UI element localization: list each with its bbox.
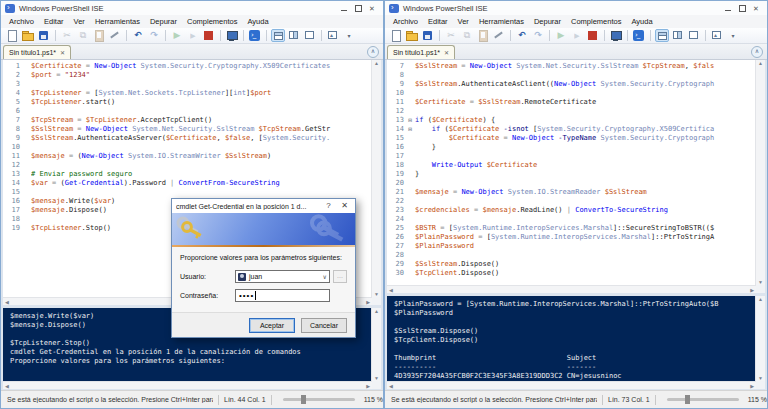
code-text[interactable]: $credenciales = $mensaje.ReadLine() | Co… (415, 206, 756, 215)
copy-icon[interactable] (460, 29, 474, 42)
code-text[interactable]: if ($Certificate) { (415, 116, 756, 125)
code-text[interactable] (415, 215, 756, 224)
code-text[interactable] (415, 152, 756, 161)
fold-collapse-icon[interactable]: ⊟ (408, 116, 415, 125)
paste-icon[interactable] (92, 29, 106, 42)
save-script-icon[interactable] (37, 29, 51, 42)
username-combobox[interactable]: juan ∨ (235, 270, 330, 283)
menu-item-ver[interactable]: Ver (453, 17, 474, 26)
menu-item-depurar[interactable]: Depurar (145, 17, 182, 26)
save-script-icon[interactable] (421, 29, 435, 42)
script-pane-maximized-icon[interactable] (687, 29, 701, 42)
stop-operation-icon[interactable] (586, 29, 600, 42)
code-text[interactable]: $mensaje = New-Object System.IO.StreamRe… (415, 188, 756, 197)
run-selection-icon[interactable] (570, 29, 584, 42)
code-text[interactable] (415, 251, 756, 260)
window-titlebar[interactable]: Windows PowerShell ISE (385, 1, 767, 15)
collapse-pane-icon[interactable]: ∧ (367, 46, 379, 58)
menu-item-archivo[interactable]: Archivo (4, 17, 39, 26)
password-field[interactable]: •••• (235, 289, 330, 302)
close-icon[interactable] (749, 3, 763, 14)
editor-horizontal-scrollbar[interactable]: ◀▶ (387, 285, 756, 293)
code-text[interactable]: $SslStream = New-Object System.Net.Secur… (31, 125, 372, 134)
script-tab[interactable]: Sin título1.ps1* ✕ (387, 45, 455, 59)
new-remote-powershell-tab-icon[interactable] (225, 29, 239, 42)
menu-item-complementos[interactable]: Complementos (566, 17, 626, 26)
window-titlebar[interactable]: Windows PowerShell ISE (1, 1, 383, 15)
fold-collapse-icon[interactable]: ⊟ (408, 125, 415, 134)
show-command-window-icon[interactable] (326, 29, 340, 42)
run-selection-icon[interactable] (186, 29, 200, 42)
show-command-window-icon[interactable] (710, 29, 724, 42)
new-remote-powershell-tab-icon[interactable] (609, 29, 623, 42)
new-script-icon[interactable] (5, 29, 19, 42)
code-text[interactable]: $SslStream.Dispose() (415, 260, 756, 269)
code-text[interactable] (415, 179, 756, 188)
code-text[interactable]: $TcpListener = [System.Net.Sockets.TcpLi… (31, 89, 372, 98)
code-text[interactable] (31, 107, 372, 116)
menu-item-complementos[interactable]: Complementos (182, 17, 242, 26)
code-text[interactable]: Write-Output $Certificate (415, 161, 756, 170)
zoom-slider[interactable] (667, 398, 739, 401)
menu-item-ayuda[interactable]: Ayuda (626, 17, 657, 26)
menu-item-herramientas[interactable]: Herramientas (474, 17, 529, 26)
code-text[interactable] (415, 71, 756, 80)
script-pane-right-icon[interactable] (287, 29, 301, 42)
clear-console-pane-icon[interactable] (108, 29, 122, 42)
tab-close-icon[interactable]: ✕ (444, 49, 449, 56)
username-value[interactable]: juan (249, 273, 320, 280)
stop-operation-icon[interactable] (202, 29, 216, 42)
tab-close-icon[interactable]: ✕ (60, 49, 65, 56)
cut-icon[interactable] (60, 29, 74, 42)
code-text[interactable]: $SslStream.AuthenticateAsServer($Certifi… (31, 134, 372, 143)
copy-icon[interactable] (76, 29, 90, 42)
zoom-slider[interactable] (283, 398, 355, 401)
clear-console-pane-icon[interactable] (492, 29, 506, 42)
code-text[interactable]: $TcpClient.Dispose() (415, 269, 756, 278)
menu-item-archivo[interactable]: Archivo (388, 17, 423, 26)
start-powershell-icon[interactable] (632, 29, 646, 42)
open-script-icon[interactable] (405, 29, 419, 42)
code-text[interactable] (415, 89, 756, 98)
script-editor[interactable]: 7$SslStream = New-Object System.Net.Secu… (387, 60, 756, 285)
close-icon[interactable] (365, 3, 379, 14)
redo-icon[interactable] (147, 29, 161, 42)
start-powershell-icon[interactable] (248, 29, 262, 42)
code-text[interactable]: $SslStream = New-Object System.Net.Secur… (415, 62, 756, 71)
console-output[interactable]: $PlainPassword = [System.Runtime.Interop… (387, 296, 756, 381)
menu-item-editar[interactable]: Editar (39, 17, 69, 26)
script-pane-top-icon[interactable] (271, 29, 285, 42)
code-text[interactable] (415, 197, 756, 206)
toolbar-overflow-icon[interactable] (726, 29, 740, 42)
dialog-help-icon[interactable]: ? (322, 200, 335, 212)
chevron-down-icon[interactable]: ∨ (323, 273, 327, 280)
script-pane-maximized-icon[interactable] (303, 29, 317, 42)
menu-item-depurar[interactable]: Depurar (529, 17, 566, 26)
minimize-icon[interactable] (337, 3, 351, 14)
new-script-icon[interactable] (389, 29, 403, 42)
code-text[interactable]: $mensaje = (New-Object System.IO.StreamW… (31, 152, 372, 161)
cancel-button[interactable]: Cancelar (301, 318, 347, 333)
script-pane-right-icon[interactable] (671, 29, 685, 42)
redo-icon[interactable] (531, 29, 545, 42)
code-text[interactable] (31, 188, 372, 197)
code-text[interactable] (415, 107, 756, 116)
code-text[interactable]: $PlainPassword = [System.Runtime.Interop… (415, 233, 756, 242)
console-horizontal-scrollbar[interactable]: ◀▶ (3, 381, 372, 389)
script-pane-top-icon[interactable] (655, 29, 669, 42)
maximize-icon[interactable] (351, 3, 365, 14)
minimize-icon[interactable] (721, 3, 735, 14)
console-vertical-scrollbar[interactable]: ▲▼ (371, 308, 381, 381)
console-horizontal-scrollbar[interactable]: ◀▶ (387, 381, 756, 389)
code-text[interactable]: $Certificate = New-Object System.Securit… (31, 62, 372, 71)
dialog-titlebar[interactable]: cmdlet Get-Credential en la posición 1 d… (172, 199, 355, 213)
zoom-slider-handle[interactable] (301, 395, 306, 404)
code-text[interactable]: $var = (Get-Credential).Password | Conve… (31, 179, 372, 188)
code-text[interactable]: } (415, 143, 756, 152)
toolbar-overflow-icon[interactable] (342, 29, 356, 42)
dialog-close-icon[interactable]: ✕ (338, 200, 351, 212)
collapse-pane-icon[interactable]: ∧ (751, 46, 763, 58)
undo-icon[interactable] (131, 29, 145, 42)
code-text[interactable]: $BSTR = [System.Runtime.InteropServices.… (415, 224, 756, 233)
paste-icon[interactable] (476, 29, 490, 42)
